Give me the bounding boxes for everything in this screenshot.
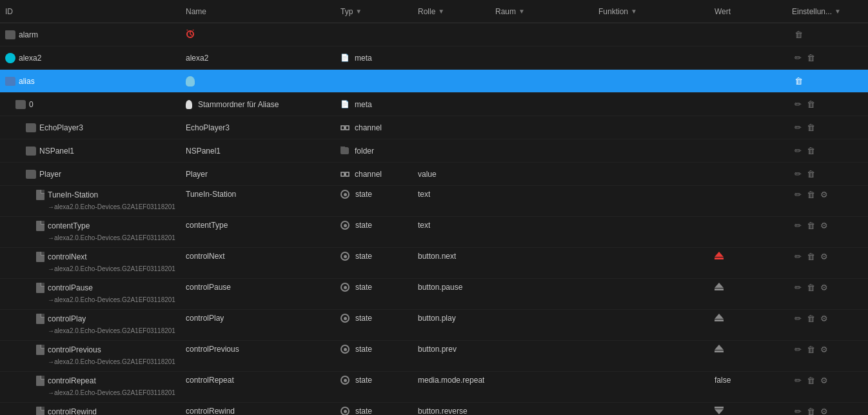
cell-name: NSPanel1: [186, 147, 340, 156]
trash-button[interactable]: 🗑: [807, 407, 815, 415]
edit-button[interactable]: ✏: [794, 99, 802, 109]
table-row[interactable]: controlNext →alexa2.0.Echo-Devices.G2A1E…: [0, 248, 868, 279]
edit-button[interactable]: ✏: [794, 376, 802, 385]
edit-button[interactable]: ✏: [794, 146, 802, 156]
action-buttons: ✏ 🗑 ⚙: [794, 314, 828, 323]
trash-button[interactable]: 🗑: [794, 30, 803, 39]
settings-button[interactable]: ⚙: [820, 221, 828, 230]
action-buttons: 🗑: [794, 76, 803, 86]
action-buttons: ✏ 🗑 ⚙: [794, 221, 828, 230]
bulb-icon: [186, 100, 192, 109]
cell-typ: 📄 meta: [340, 100, 418, 109]
table-row[interactable]: controlPause →alexa2.0.Echo-Devices.G2A1…: [0, 279, 868, 310]
table-row-alias[interactable]: alias 🗑: [0, 70, 868, 93]
trash-button[interactable]: 🗑: [807, 376, 815, 385]
cell-name: alexa2: [186, 54, 340, 63]
settings-button[interactable]: ⚙: [820, 345, 828, 354]
cell-id: controlNext →alexa2.0.Echo-Devices.G2A1E…: [5, 252, 186, 272]
edit-button[interactable]: ✏: [794, 53, 802, 63]
trash-button[interactable]: 🗑: [807, 169, 815, 179]
table-row[interactable]: controlRepeat →alexa2.0.Echo-Devices.G2A…: [0, 372, 868, 403]
header-rolle[interactable]: Rolle ▼: [418, 7, 495, 16]
cell-actions: ✏ 🗑 ⚙: [792, 345, 863, 354]
svg-rect-8: [341, 172, 344, 176]
cell-id: alias: [5, 77, 186, 86]
table-row[interactable]: controlPlay →alexa2.0.Echo-Devices.G2A1E…: [0, 310, 868, 341]
table-row[interactable]: controlRewind →alexa2.0.Echo-Devices.G2A…: [0, 403, 868, 415]
cell-id: TuneIn-Station →alexa2.0.Echo-Devices.G2…: [5, 190, 186, 210]
file-icon: [36, 190, 44, 200]
cell-name: Stammordner für Aliase: [186, 100, 340, 109]
trash-button[interactable]: 🗑: [807, 53, 815, 63]
edit-button[interactable]: ✏: [794, 123, 802, 132]
edit-button[interactable]: ✏: [794, 252, 802, 261]
cell-id: 0: [5, 100, 186, 109]
trash-button[interactable]: 🗑: [807, 221, 815, 230]
table-row[interactable]: EchoPlayer3 EchoPlayer3 channel ✏ 🗑: [0, 116, 868, 139]
table-row[interactable]: 0 Stammordner für Aliase 📄 meta ✏ 🗑: [0, 93, 868, 116]
table-row[interactable]: NSPanel1 NSPanel1 folder ✏ 🗑: [0, 139, 868, 163]
file-icon: [36, 407, 44, 415]
cell-id: controlRewind →alexa2.0.Echo-Devices.G2A…: [5, 407, 186, 415]
cell-name: controlPause: [186, 283, 340, 292]
edit-button[interactable]: ✏: [794, 221, 802, 230]
cell-id: alexa2: [5, 53, 186, 63]
trash-button[interactable]: 🗑: [794, 76, 803, 86]
trash-button[interactable]: 🗑: [807, 190, 815, 199]
header-funktion[interactable]: Funktion ▼: [598, 7, 715, 16]
cell-typ: state: [340, 283, 418, 292]
svg-line-2: [190, 34, 192, 35]
edit-button[interactable]: ✏: [794, 314, 802, 323]
file-icon: [36, 314, 44, 324]
cell-wert: [715, 407, 792, 414]
settings-button[interactable]: ⚙: [820, 314, 828, 323]
file-icon: [36, 283, 44, 293]
edit-button[interactable]: ✏: [794, 407, 802, 415]
trash-button[interactable]: 🗑: [807, 345, 815, 354]
file-icon: [36, 252, 44, 262]
cell-name: controlPrevious: [186, 345, 340, 354]
cell-wert: [715, 345, 792, 352]
folder-icon: [5, 30, 15, 39]
edit-button[interactable]: ✏: [794, 283, 802, 292]
cell-id: contentType →alexa2.0.Echo-Devices.G2A1E…: [5, 221, 186, 241]
action-buttons: ✏ 🗑 ⚙: [794, 283, 828, 292]
table-row[interactable]: alexa2 alexa2 📄 meta ✏ 🗑: [0, 46, 868, 70]
settings-button[interactable]: ⚙: [820, 407, 828, 415]
svg-rect-6: [346, 126, 349, 130]
cell-rolle: text: [418, 221, 495, 230]
cell-id: alarm: [5, 30, 186, 39]
folder-type-icon: [340, 147, 349, 154]
table-row[interactable]: contentType →alexa2.0.Echo-Devices.G2A1E…: [0, 217, 868, 248]
cell-rolle: button.next: [418, 252, 495, 261]
header-typ[interactable]: Typ ▼: [340, 7, 418, 16]
table-row[interactable]: alarm 🗑: [0, 23, 868, 46]
table-row[interactable]: controlPrevious →alexa2.0.Echo-Devices.G…: [0, 341, 868, 372]
settings-button[interactable]: ⚙: [820, 283, 828, 292]
trash-button[interactable]: 🗑: [807, 252, 815, 261]
settings-button[interactable]: ⚙: [820, 376, 828, 385]
trash-button[interactable]: 🗑: [807, 283, 815, 292]
header-name: Name: [186, 7, 340, 16]
prev-button-icon: [715, 345, 724, 352]
trash-button[interactable]: 🗑: [807, 314, 815, 323]
settings-button[interactable]: ⚙: [820, 190, 828, 199]
cell-typ: state: [340, 221, 418, 230]
table-row[interactable]: Player Player channel value ✏ 🗑: [0, 163, 868, 186]
trash-button[interactable]: 🗑: [807, 99, 815, 109]
edit-button[interactable]: ✏: [794, 190, 802, 199]
action-buttons: ✏ 🗑 ⚙: [794, 252, 828, 261]
cell-id: controlPlay →alexa2.0.Echo-Devices.G2A1E…: [5, 314, 186, 334]
edit-button[interactable]: ✏: [794, 169, 802, 179]
header-raum[interactable]: Raum ▼: [495, 7, 598, 16]
trash-button[interactable]: 🗑: [807, 146, 815, 156]
settings-button[interactable]: ⚙: [820, 252, 828, 261]
meta-file-icon: 📄: [340, 100, 350, 108]
edit-button[interactable]: ✏: [794, 345, 802, 354]
cell-typ: channel: [340, 123, 418, 132]
cell-name: EchoPlayer3: [186, 123, 340, 132]
table-row[interactable]: TuneIn-Station →alexa2.0.Echo-Devices.G2…: [0, 186, 868, 217]
trash-button[interactable]: 🗑: [807, 123, 815, 132]
cell-actions: ✏ 🗑: [792, 123, 863, 132]
cell-actions: ✏ 🗑: [792, 169, 863, 179]
